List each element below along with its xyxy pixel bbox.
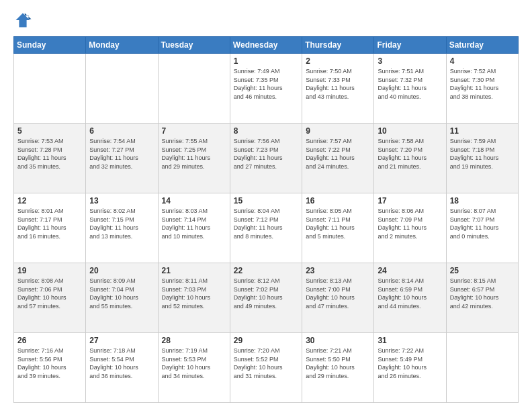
day-info: Sunrise: 8:14 AM Sunset: 6:59 PM Dayligh… [378,277,442,310]
calendar-cell: 2Sunrise: 7:50 AM Sunset: 7:33 PM Daylig… [302,54,374,124]
calendar-cell: 30Sunrise: 7:21 AM Sunset: 5:50 PM Dayli… [302,333,374,403]
calendar-cell: 27Sunrise: 7:18 AM Sunset: 5:54 PM Dayli… [86,333,158,403]
day-info: Sunrise: 7:51 AM Sunset: 7:32 PM Dayligh… [378,67,442,101]
day-number: 1 [234,56,298,66]
day-info: Sunrise: 8:13 AM Sunset: 7:00 PM Dayligh… [306,277,370,310]
calendar-cell [14,54,86,124]
day-info: Sunrise: 7:50 AM Sunset: 7:33 PM Dayligh… [306,67,370,101]
day-number: 30 [306,336,370,345]
calendar-cell: 9Sunrise: 7:57 AM Sunset: 7:22 PM Daylig… [302,124,374,193]
day-number: 18 [450,196,515,205]
calendar-table: SundayMondayTuesdayWednesdayThursdayFrid… [13,36,519,403]
day-number: 12 [17,196,82,205]
day-header-saturday: Saturday [446,37,518,54]
calendar-cell: 21Sunrise: 8:11 AM Sunset: 7:03 PM Dayli… [158,263,230,333]
day-header-thursday: Thursday [302,37,374,54]
day-number: 17 [378,196,442,205]
day-info: Sunrise: 7:56 AM Sunset: 7:23 PM Dayligh… [234,137,298,171]
day-number: 26 [17,336,82,345]
calendar-week-row: 19Sunrise: 8:08 AM Sunset: 7:06 PM Dayli… [14,263,519,333]
day-info: Sunrise: 7:58 AM Sunset: 7:20 PM Dayligh… [378,137,442,171]
calendar-week-row: 5Sunrise: 7:53 AM Sunset: 7:28 PM Daylig… [14,124,519,193]
header [13,11,519,30]
calendar-cell: 16Sunrise: 8:05 AM Sunset: 7:11 PM Dayli… [302,193,374,263]
calendar-cell [86,54,158,124]
day-info: Sunrise: 8:15 AM Sunset: 6:57 PM Dayligh… [450,277,515,310]
calendar-cell: 29Sunrise: 7:20 AM Sunset: 5:52 PM Dayli… [230,333,302,403]
day-number: 10 [378,126,442,136]
day-info: Sunrise: 7:21 AM Sunset: 5:50 PM Dayligh… [306,347,370,380]
calendar-cell: 15Sunrise: 8:04 AM Sunset: 7:12 PM Dayli… [230,193,302,263]
day-number: 24 [378,266,442,275]
day-number: 5 [17,126,82,136]
calendar-cell: 11Sunrise: 7:59 AM Sunset: 7:18 PM Dayli… [446,124,518,193]
day-info: Sunrise: 8:03 AM Sunset: 7:14 PM Dayligh… [162,207,226,240]
day-number: 19 [17,266,82,275]
day-number: 21 [162,266,226,275]
day-info: Sunrise: 8:05 AM Sunset: 7:11 PM Dayligh… [306,207,370,240]
day-number: 31 [378,336,442,345]
calendar-cell: 5Sunrise: 7:53 AM Sunset: 7:28 PM Daylig… [14,124,86,193]
day-info: Sunrise: 8:02 AM Sunset: 7:15 PM Dayligh… [89,207,154,240]
day-info: Sunrise: 8:09 AM Sunset: 7:04 PM Dayligh… [89,277,154,310]
day-number: 4 [450,56,515,66]
calendar-week-row: 26Sunrise: 7:16 AM Sunset: 5:56 PM Dayli… [14,333,519,403]
calendar-cell: 18Sunrise: 8:07 AM Sunset: 7:07 PM Dayli… [446,193,518,263]
day-number: 2 [306,56,370,66]
day-info: Sunrise: 7:54 AM Sunset: 7:27 PM Dayligh… [89,137,154,171]
calendar-cell: 26Sunrise: 7:16 AM Sunset: 5:56 PM Dayli… [14,333,86,403]
day-info: Sunrise: 7:49 AM Sunset: 7:35 PM Dayligh… [234,67,298,101]
logo [13,11,35,30]
day-number: 23 [306,266,370,275]
calendar-cell: 13Sunrise: 8:02 AM Sunset: 7:15 PM Dayli… [86,193,158,263]
calendar-cell: 25Sunrise: 8:15 AM Sunset: 6:57 PM Dayli… [446,263,518,333]
calendar-cell: 31Sunrise: 7:22 AM Sunset: 5:49 PM Dayli… [374,333,446,403]
day-info: Sunrise: 8:12 AM Sunset: 7:02 PM Dayligh… [234,277,298,310]
day-info: Sunrise: 7:22 AM Sunset: 5:49 PM Dayligh… [378,347,442,380]
calendar-week-row: 12Sunrise: 8:01 AM Sunset: 7:17 PM Dayli… [14,193,519,263]
page: SundayMondayTuesdayWednesdayThursdayFrid… [0,0,532,411]
calendar-cell: 14Sunrise: 8:03 AM Sunset: 7:14 PM Dayli… [158,193,230,263]
calendar-week-row: 1Sunrise: 7:49 AM Sunset: 7:35 PM Daylig… [14,54,519,124]
calendar-cell: 17Sunrise: 8:06 AM Sunset: 7:09 PM Dayli… [374,193,446,263]
calendar-cell: 28Sunrise: 7:19 AM Sunset: 5:53 PM Dayli… [158,333,230,403]
day-info: Sunrise: 7:19 AM Sunset: 5:53 PM Dayligh… [162,347,226,380]
calendar-cell: 22Sunrise: 8:12 AM Sunset: 7:02 PM Dayli… [230,263,302,333]
calendar-cell: 1Sunrise: 7:49 AM Sunset: 7:35 PM Daylig… [230,54,302,124]
day-header-friday: Friday [374,37,446,54]
day-info: Sunrise: 8:01 AM Sunset: 7:17 PM Dayligh… [17,207,82,240]
calendar-header-row: SundayMondayTuesdayWednesdayThursdayFrid… [14,37,519,54]
day-number: 7 [162,126,226,136]
calendar-cell: 12Sunrise: 8:01 AM Sunset: 7:17 PM Dayli… [14,193,86,263]
calendar-cell: 20Sunrise: 8:09 AM Sunset: 7:04 PM Dayli… [86,263,158,333]
day-number: 27 [89,336,154,345]
day-number: 29 [234,336,298,345]
calendar-cell: 3Sunrise: 7:51 AM Sunset: 7:32 PM Daylig… [374,54,446,124]
calendar-cell: 23Sunrise: 8:13 AM Sunset: 7:00 PM Dayli… [302,263,374,333]
day-header-wednesday: Wednesday [230,37,302,54]
calendar-cell [446,333,518,403]
day-info: Sunrise: 7:20 AM Sunset: 5:52 PM Dayligh… [234,347,298,380]
day-info: Sunrise: 7:57 AM Sunset: 7:22 PM Dayligh… [306,137,370,171]
day-header-monday: Monday [86,37,158,54]
day-number: 6 [89,126,154,136]
day-info: Sunrise: 8:04 AM Sunset: 7:12 PM Dayligh… [234,207,298,240]
day-header-tuesday: Tuesday [158,37,230,54]
day-info: Sunrise: 8:11 AM Sunset: 7:03 PM Dayligh… [162,277,226,310]
calendar-cell: 7Sunrise: 7:55 AM Sunset: 7:25 PM Daylig… [158,124,230,193]
day-number: 9 [306,126,370,136]
day-number: 25 [450,266,515,275]
day-info: Sunrise: 7:55 AM Sunset: 7:25 PM Dayligh… [162,137,226,171]
calendar-cell [158,54,230,124]
calendar-cell: 19Sunrise: 8:08 AM Sunset: 7:06 PM Dayli… [14,263,86,333]
svg-marker-0 [16,13,30,28]
day-info: Sunrise: 7:53 AM Sunset: 7:28 PM Dayligh… [17,137,82,171]
calendar-cell: 24Sunrise: 8:14 AM Sunset: 6:59 PM Dayli… [374,263,446,333]
logo-icon [13,11,32,30]
calendar-cell: 10Sunrise: 7:58 AM Sunset: 7:20 PM Dayli… [374,124,446,193]
day-number: 28 [162,336,226,345]
day-number: 8 [234,126,298,136]
day-info: Sunrise: 7:16 AM Sunset: 5:56 PM Dayligh… [17,347,82,380]
day-info: Sunrise: 7:59 AM Sunset: 7:18 PM Dayligh… [450,137,515,171]
day-number: 22 [234,266,298,275]
